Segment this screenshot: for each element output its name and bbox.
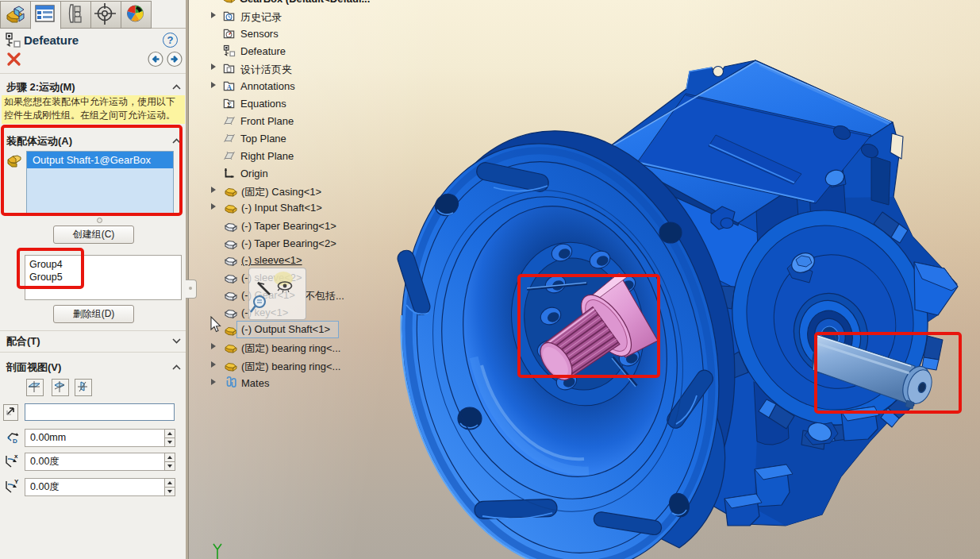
svg-text:x: x (14, 453, 18, 460)
svg-text:D: D (13, 438, 17, 445)
svg-text:A: A (227, 83, 233, 91)
svg-text:Σ: Σ (227, 101, 232, 109)
svg-text:Y: Y (14, 478, 19, 485)
